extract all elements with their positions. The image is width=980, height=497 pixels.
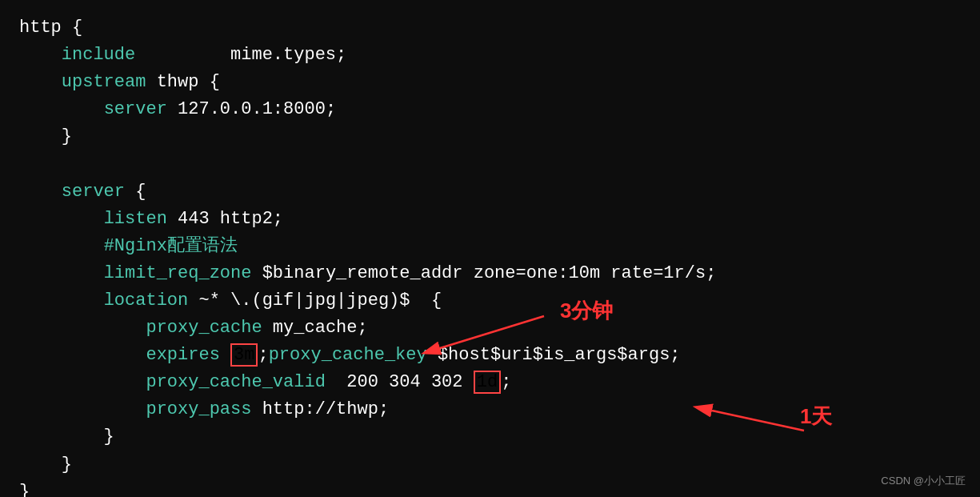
svg-line-1 [440,316,544,348]
code-line-3: upstream thwp { [19,69,961,96]
code-line-18: } [19,479,961,497]
code-line-6 [19,150,961,178]
code-line-7: server { [19,178,961,206]
arrow-3min-icon [368,300,568,364]
code-line-9: #Nginx配置语法 [19,233,961,260]
code-line-8: listen 443 http2; [19,206,961,233]
svg-line-3 [712,411,804,431]
code-line-4: server 127.0.0.1:8000; [19,96,961,123]
code-line-1: http { [19,14,961,42]
code-block: http { include mime.types; upstream thwp… [0,0,980,497]
code-line-5: } [19,123,961,150]
watermark: CSDN @小小工匠 [881,473,966,489]
arrow-1day-icon [664,391,824,447]
code-line-2: include mime.types; [19,42,961,69]
code-line-10: limit_req_zone $binary_remote_addr zone=… [19,260,961,287]
code-line-17: } [19,451,961,479]
